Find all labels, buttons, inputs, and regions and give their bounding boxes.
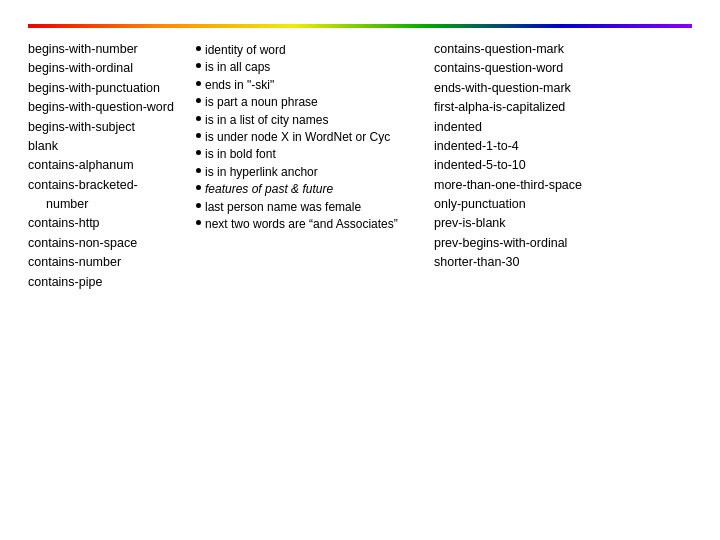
right-feature: first-alpha-is-capitalized — [434, 98, 692, 117]
middle-column: identity of wordis in all capsends in "-… — [188, 40, 428, 292]
bullet-item: identity of word — [196, 42, 428, 59]
bullet-text: last person name was female — [205, 199, 361, 216]
rainbow-divider — [28, 24, 692, 28]
left-feature: begins-with-subject — [28, 118, 188, 137]
bullet-dot — [196, 63, 201, 68]
bullet-text: identity of word — [205, 42, 286, 59]
right-feature: prev-is-blank — [434, 214, 692, 233]
left-feature: contains-pipe — [28, 273, 188, 292]
content-area: begins-with-numberbegins-with-ordinalbeg… — [28, 40, 692, 292]
left-column: begins-with-numberbegins-with-ordinalbeg… — [28, 40, 188, 292]
left-feature: begins-with-punctuation — [28, 79, 188, 98]
right-feature: indented — [434, 118, 692, 137]
bullet-dot — [196, 81, 201, 86]
right-feature: contains-question-word — [434, 59, 692, 78]
left-feature: number — [28, 195, 188, 214]
page: begins-with-numberbegins-with-ordinalbeg… — [0, 0, 720, 540]
bullet-item: ends in "-ski" — [196, 77, 428, 94]
bullet-text: is in hyperlink anchor — [205, 164, 318, 181]
right-feature: indented-5-to-10 — [434, 156, 692, 175]
left-feature: contains-http — [28, 214, 188, 233]
bullet-dot — [196, 46, 201, 51]
bullet-item: last person name was female — [196, 199, 428, 216]
bullet-dot — [196, 133, 201, 138]
bullet-text: is part a noun phrase — [205, 94, 318, 111]
bullet-dot — [196, 203, 201, 208]
right-feature: only-punctuation — [434, 195, 692, 214]
right-column: contains-question-markcontains-question-… — [428, 40, 692, 292]
bullet-text: ends in "-ski" — [205, 77, 274, 94]
bullet-item: is in a list of city names — [196, 112, 428, 129]
bullet-item: is in bold font — [196, 146, 428, 163]
bullet-item: features of past & future — [196, 181, 428, 198]
right-feature: prev-begins-with-ordinal — [434, 234, 692, 253]
right-feature: more-than-one-third-space — [434, 176, 692, 195]
right-feature: ends-with-question-mark — [434, 79, 692, 98]
bullet-dot — [196, 116, 201, 121]
left-feature: contains-non-space — [28, 234, 188, 253]
bullet-item: is in hyperlink anchor — [196, 164, 428, 181]
bullet-dot — [196, 168, 201, 173]
right-feature: indented-1-to-4 — [434, 137, 692, 156]
bullet-text: is under node X in WordNet or Cyc — [205, 129, 390, 146]
bullet-dot — [196, 98, 201, 103]
bullet-dot — [196, 185, 201, 190]
left-feature: begins-with-ordinal — [28, 59, 188, 78]
right-feature: shorter-than-30 — [434, 253, 692, 272]
left-feature: begins-with-number — [28, 40, 188, 59]
bullet-text: is in bold font — [205, 146, 276, 163]
left-feature: blank — [28, 137, 188, 156]
bullet-item: next two words are “and Associates” — [196, 216, 428, 233]
left-feature: contains-bracketed- — [28, 176, 188, 195]
bullet-item: is in all caps — [196, 59, 428, 76]
bullet-item: is under node X in WordNet or Cyc — [196, 129, 428, 146]
bullet-text: next two words are “and Associates” — [205, 216, 398, 233]
left-feature: contains-number — [28, 253, 188, 272]
right-feature: contains-question-mark — [434, 40, 692, 59]
left-feature: contains-alphanum — [28, 156, 188, 175]
bullet-dot — [196, 220, 201, 225]
bullet-text: features of past & future — [205, 181, 333, 198]
bullet-item: is part a noun phrase — [196, 94, 428, 111]
left-feature: begins-with-question-word — [28, 98, 188, 117]
bullet-dot — [196, 150, 201, 155]
bullet-text: is in a list of city names — [205, 112, 328, 129]
bullet-text: is in all caps — [205, 59, 270, 76]
